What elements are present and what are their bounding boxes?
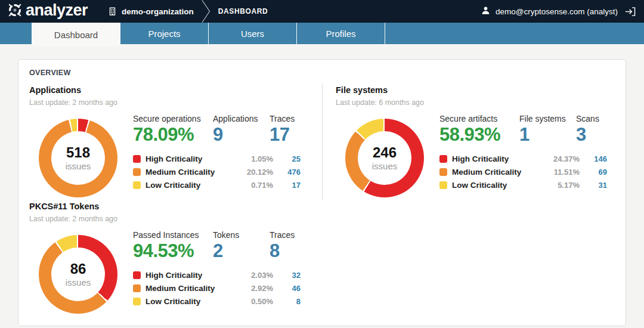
stat-secure-operations: Secure operations 78.09%: [133, 114, 213, 145]
legend-row-medium: Medium Criticality 11.51% 69: [439, 166, 614, 179]
issues-label: issues: [66, 277, 91, 287]
criticality-legend: High Criticality 1.05% 25 Medium Critica…: [133, 153, 320, 192]
breadcrumb-page: DASHBOARD: [218, 7, 268, 16]
high-count-link[interactable]: 146: [580, 154, 607, 163]
breadcrumb-organization[interactable]: demo-organization: [122, 7, 194, 16]
tab-profiles[interactable]: Profiles: [297, 23, 385, 44]
low-count-link[interactable]: 17: [273, 181, 301, 190]
low-criticality-swatch: [133, 298, 141, 305]
medium-criticality-swatch: [439, 168, 447, 176]
legend-row-low: Low Criticality 0.50% 8: [133, 295, 320, 308]
last-update-label: Last update: 2 months ago: [29, 98, 320, 107]
logout-icon[interactable]: [624, 7, 636, 17]
donut-center: 246 issues: [358, 131, 411, 185]
overview-sections: Applications Last update: 2 months ago 5…: [28, 83, 616, 316]
stat-secure-artifacts: Secure artifacts 58.93%: [439, 114, 519, 145]
stats-row: Secure artifacts 58.93% File systems 1 S…: [439, 114, 614, 145]
issues-donut-chart: 246 issues: [345, 119, 424, 197]
issues-label: issues: [66, 161, 91, 171]
tab-users[interactable]: Users: [209, 23, 297, 44]
issues-total: 246: [373, 145, 397, 160]
legend-row-low: Low Criticality 5.17% 31: [439, 179, 614, 192]
donut-center: 86 issues: [51, 247, 105, 301]
low-criticality-swatch: [133, 181, 141, 189]
last-update-label: Last update: 6 months ago: [336, 98, 614, 107]
tab-projects[interactable]: Projects: [120, 23, 209, 44]
stat-tokens: Tokens 2: [213, 230, 270, 261]
criticality-legend: High Criticality 24.37% 146 Medium Criti…: [439, 153, 614, 192]
legend-row-medium: Medium Criticality 20.12% 476: [133, 166, 320, 179]
overview-heading: OVERVIEW: [29, 69, 616, 77]
section-title: Applications: [29, 85, 320, 95]
medium-count-link[interactable]: 69: [580, 168, 607, 177]
donut-center: 518 issues: [51, 131, 105, 185]
section-applications: Applications Last update: 2 months ago 5…: [28, 83, 322, 200]
user-area: demo@cryptosense.com (analyst): [481, 6, 636, 17]
high-criticality-swatch: [439, 155, 447, 163]
organization-icon: [108, 7, 117, 16]
chevron-right-icon: [202, 0, 210, 23]
high-count-link[interactable]: 25: [273, 154, 301, 163]
user-icon: [481, 6, 490, 17]
target-icon: [7, 2, 23, 20]
user-email-label: demo@cryptosense.com (analyst): [496, 7, 618, 16]
section-file-systems: File systems Last update: 6 months ago 2…: [322, 83, 616, 200]
tabbar: Dashboard Projects Users Profiles: [0, 23, 644, 44]
high-criticality-swatch: [133, 271, 141, 279]
criticality-legend: High Criticality 2.03% 32 Medium Critica…: [133, 269, 320, 308]
last-update-label: Last update: 2 months ago: [29, 215, 320, 223]
tabbar-spacer: [0, 23, 32, 44]
medium-count-link[interactable]: 476: [273, 168, 301, 177]
high-criticality-swatch: [133, 155, 141, 163]
section-pkcs11-tokens: PKCS#11 Tokens Last update: 2 months ago…: [28, 200, 322, 316]
low-count-link[interactable]: 31: [580, 181, 607, 190]
legend-row-high: High Criticality 2.03% 32: [133, 269, 320, 282]
section-title: File systems: [336, 85, 614, 95]
tabbar-filler: [385, 23, 644, 44]
legend-row-high: High Criticality 1.05% 25: [133, 153, 320, 166]
issues-label: issues: [372, 161, 398, 171]
issues-total: 86: [70, 261, 86, 277]
section-title: PKCS#11 Tokens: [29, 202, 320, 211]
issues-donut-chart: 86 issues: [39, 235, 117, 314]
legend-row-medium: Medium Criticality 2.92% 46: [133, 282, 320, 295]
stat-scans: Scans 3: [576, 114, 599, 145]
logo-text: analyzer: [26, 2, 88, 21]
topbar: analyzer demo-organization DASHBOARD: [0, 0, 644, 23]
app-logo[interactable]: analyzer: [7, 2, 88, 21]
medium-criticality-swatch: [133, 168, 141, 176]
stat-traces: Traces 8: [270, 230, 295, 261]
issues-total: 518: [66, 145, 90, 160]
stat-traces: Traces 17: [270, 114, 295, 145]
issues-donut-chart: 518 issues: [39, 119, 117, 197]
stats-row: Secure operations 78.09% Applications 9 …: [133, 114, 320, 145]
medium-criticality-swatch: [133, 284, 141, 292]
stat-passed-instances: Passed Instances 94.53%: [133, 230, 213, 261]
high-count-link[interactable]: 32: [273, 271, 301, 280]
tab-dashboard[interactable]: Dashboard: [32, 23, 120, 47]
legend-row-high: High Criticality 24.37% 146: [439, 153, 614, 166]
stat-applications: Applications 9: [213, 114, 270, 145]
legend-row-low: Low Criticality 0.71% 17: [133, 179, 320, 192]
stat-file-systems: File systems 1: [519, 114, 576, 145]
low-criticality-swatch: [439, 181, 447, 189]
stats-row: Passed Instances 94.53% Tokens 2 Traces …: [133, 230, 320, 261]
overview-card: OVERVIEW Applications Last update: 2 mon…: [18, 59, 626, 326]
breadcrumb: demo-organization DASHBOARD: [108, 0, 268, 23]
low-count-link[interactable]: 8: [273, 297, 301, 306]
medium-count-link[interactable]: 46: [273, 284, 301, 293]
